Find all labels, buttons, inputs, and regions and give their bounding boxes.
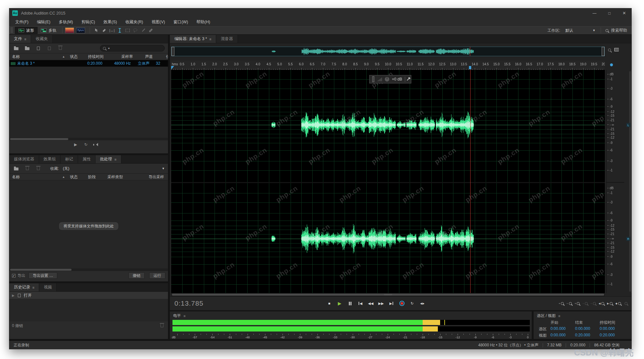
tab-editor[interactable]: 编辑器: 未命名 3 * ≡ xyxy=(170,35,216,43)
scrollbar-grip[interactable] xyxy=(384,294,392,295)
expander-icon[interactable]: ▶ xyxy=(12,294,15,297)
play-button[interactable]: ▶ xyxy=(336,300,344,307)
slip-tool[interactable]: |↔| xyxy=(108,27,116,34)
sort-asc-icon[interactable]: ▲ xyxy=(62,55,70,58)
panel-menu-icon[interactable]: ≡ xyxy=(115,158,117,161)
new-file-button[interactable] xyxy=(35,45,42,51)
batch-horizontal-scrollbar[interactable] xyxy=(9,268,168,271)
zoom-in-left-button[interactable]: ◀ xyxy=(599,300,604,307)
gain-knob[interactable] xyxy=(385,77,389,82)
zoom-in-time-button[interactable]: + xyxy=(575,300,580,307)
menu-item-3[interactable]: 剪辑(C) xyxy=(77,18,99,26)
run-button[interactable]: 运行 xyxy=(149,272,165,279)
razor-tool[interactable] xyxy=(100,27,108,34)
hud-grip[interactable] xyxy=(372,76,374,82)
zoom-navigator-icon[interactable] xyxy=(608,48,611,52)
tab-markers[interactable]: 标记 xyxy=(61,155,78,163)
tab-effects-rack[interactable]: 效果组 xyxy=(39,155,61,163)
col-bit-depth[interactable]: 位 xyxy=(166,54,168,60)
channel-R-badge[interactable]: R xyxy=(626,237,630,241)
loop-preview-button[interactable]: ↻ xyxy=(84,142,87,147)
undo-button[interactable]: 撤销 xyxy=(128,272,145,279)
toolbar-grip[interactable] xyxy=(10,27,13,33)
menu-item-6[interactable]: 视图(V) xyxy=(147,18,169,26)
zoom-out-amplitude-button[interactable]: − xyxy=(567,300,572,307)
tab-history[interactable]: 历史记录 ≡ xyxy=(9,283,39,291)
panel-menu-icon[interactable]: ≡ xyxy=(24,37,26,41)
minimize-button[interactable]: — xyxy=(587,8,602,18)
menu-item-4[interactable]: 效果(S) xyxy=(99,18,121,26)
skip-to-end-button[interactable]: ▶ xyxy=(387,300,395,307)
insert-to-multitrack-button[interactable] xyxy=(46,45,53,51)
open-file-button[interactable] xyxy=(13,45,20,51)
files-horizontal-scrollbar[interactable] xyxy=(9,138,168,140)
col-name[interactable]: 名称 xyxy=(9,174,62,180)
col-channels[interactable]: 声道 xyxy=(145,54,166,60)
sort-asc-icon[interactable]: ▲ xyxy=(62,175,70,179)
grid-settings-icon[interactable] xyxy=(614,48,619,51)
waveform-display-button[interactable] xyxy=(76,27,85,33)
paintbrush-selection-tool[interactable] xyxy=(139,27,147,34)
history-item-open[interactable]: ▶ 打开 xyxy=(9,292,168,299)
workspace-dropdown[interactable]: 默认 ▼ xyxy=(563,27,597,34)
zoom-in-amplitude-button[interactable]: + xyxy=(559,300,564,307)
fast-forward-button[interactable]: ▶▶ xyxy=(377,300,385,307)
col-sample-rate[interactable]: 采样率 xyxy=(121,54,145,60)
zoom-out-time-button[interactable]: − xyxy=(583,300,588,307)
view-start-handle[interactable] xyxy=(172,47,174,56)
zoom-reset-button[interactable] xyxy=(624,300,627,307)
menu-item-0[interactable]: 文件(F) xyxy=(11,18,33,26)
files-search-input[interactable]: ▼ xyxy=(100,45,165,51)
preview-play-button[interactable]: ▶ xyxy=(74,142,77,147)
col-sample-type[interactable]: 采样类型 xyxy=(107,174,149,180)
waveform-mode-button[interactable]: 波形 xyxy=(15,27,38,34)
col-name[interactable]: 名称 xyxy=(9,54,62,60)
timeline-ruler[interactable] xyxy=(171,61,605,70)
panel-menu-icon[interactable]: ≡ xyxy=(558,314,560,318)
menu-item-5[interactable]: 收藏夹(R) xyxy=(121,18,147,26)
view-end-handle[interactable] xyxy=(602,47,605,56)
chevron-down-icon[interactable]: ▼ xyxy=(162,167,165,170)
batch-open-button[interactable] xyxy=(13,165,20,172)
loop-playback-button[interactable]: ↻ xyxy=(408,300,416,307)
view-end[interactable]: 0:20.000 xyxy=(575,333,590,337)
batch-remove-button[interactable] xyxy=(24,165,31,172)
menu-item-8[interactable]: 帮助(H) xyxy=(192,18,214,26)
record-button[interactable] xyxy=(398,300,406,307)
col-status[interactable]: 状态 xyxy=(70,174,88,180)
panel-menu-icon[interactable]: ≡ xyxy=(183,314,185,318)
view-start[interactable]: 0:00.000 xyxy=(550,333,566,337)
editor-horizontal-scrollbar[interactable] xyxy=(171,293,605,296)
tab-video[interactable]: 视频 xyxy=(39,283,57,291)
pin-icon[interactable] xyxy=(407,78,409,81)
vertical-scrollbar[interactable] xyxy=(624,70,632,293)
tab-favorites[interactable]: 收藏夹 xyxy=(31,35,53,43)
overview-navigator[interactable] xyxy=(171,47,605,56)
lasso-selection-tool[interactable] xyxy=(131,27,139,34)
menu-item-7[interactable]: 窗口(W) xyxy=(169,18,192,26)
help-search[interactable]: 搜索帮助 xyxy=(601,27,627,33)
move-tool[interactable] xyxy=(93,27,100,34)
export-settings-button[interactable]: 导出设置 … xyxy=(28,272,57,279)
multitrack-mode-button[interactable]: 多轨 xyxy=(38,27,60,34)
tab-properties[interactable]: 属性 xyxy=(78,155,95,163)
meter-bar-left[interactable] xyxy=(172,320,530,325)
zoom-selection-button[interactable]: ◆ xyxy=(616,300,621,307)
menu-item-2[interactable]: 多轨(M) xyxy=(55,18,77,26)
spectral-display-button[interactable] xyxy=(65,27,74,33)
delete-file-button[interactable] xyxy=(57,45,64,51)
history-clear-button[interactable] xyxy=(158,322,165,329)
view-duration[interactable]: 0:20.000 xyxy=(600,333,615,337)
skip-cursor-button[interactable]: ◀▶ xyxy=(418,300,427,307)
selection-end[interactable]: 0:00.000 xyxy=(575,326,590,331)
panel-menu-icon[interactable]: ≡ xyxy=(32,286,34,289)
gutter-marker-icon[interactable] xyxy=(610,63,613,66)
selection-duration[interactable]: 0:00.000 xyxy=(600,326,615,331)
selection-start[interactable]: 0:00.000 xyxy=(550,326,566,331)
col-duration[interactable]: 持续时间 xyxy=(88,54,121,60)
time-selection-tool[interactable] xyxy=(116,27,124,34)
panel-menu-icon[interactable]: ≡ xyxy=(209,37,211,41)
zoom-in-right-button[interactable]: ▶ xyxy=(607,300,613,307)
close-button[interactable]: ✕ xyxy=(617,8,632,18)
marquee-selection-tool[interactable] xyxy=(124,27,131,34)
